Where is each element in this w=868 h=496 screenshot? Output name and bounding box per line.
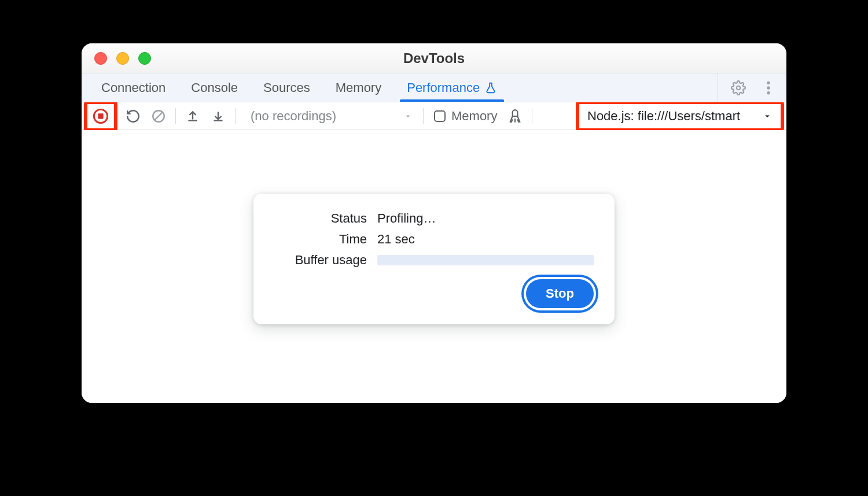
status-label: Status (274, 211, 367, 226)
upload-button[interactable] (183, 106, 203, 126)
stop-button[interactable]: Stop (526, 279, 594, 308)
svg-point-2 (767, 86, 770, 89)
performance-panel: Status Profiling… Time 21 sec Buffer usa… (82, 130, 786, 403)
svg-rect-5 (98, 113, 103, 119)
toolbar-separator (532, 108, 532, 124)
record-button-highlight (84, 101, 117, 132)
tab-performance[interactable]: Performance (394, 73, 510, 102)
memory-checkbox[interactable]: Memory (431, 109, 497, 124)
more-menu-button[interactable] (759, 78, 778, 98)
tabbar-right-actions (718, 73, 778, 102)
tab-console-label: Console (191, 80, 238, 95)
tab-connection-label: Connection (101, 80, 165, 95)
toolbar-separator (235, 108, 236, 124)
clear-button[interactable] (149, 106, 168, 126)
flask-icon (484, 82, 497, 94)
tab-performance-label: Performance (407, 80, 480, 95)
toolbar-separator (423, 108, 424, 124)
performance-toolbar: (no recordings) Memory Node.js: file:///… (82, 102, 786, 130)
svg-point-0 (737, 86, 741, 90)
time-row: Time 21 sec (274, 232, 594, 247)
time-value: 21 sec (377, 232, 415, 247)
tab-sources-label: Sources (263, 80, 310, 95)
buffer-usage-bar (377, 255, 594, 265)
profiling-card: Status Profiling… Time 21 sec Buffer usa… (253, 194, 615, 324)
buffer-row: Buffer usage (274, 253, 594, 268)
caret-down-icon (762, 111, 773, 121)
tabbar: Connection Console Sources Memory Perfor… (82, 73, 786, 102)
time-label: Time (274, 232, 367, 247)
checkbox-icon (434, 110, 446, 122)
download-button[interactable] (208, 106, 228, 126)
target-select-label: Node.js: file:///Users/stmart (587, 109, 740, 124)
tab-memory[interactable]: Memory (323, 73, 394, 102)
record-button[interactable] (91, 106, 111, 126)
recordings-select[interactable]: (no recordings) (242, 109, 416, 124)
tab-connection[interactable]: Connection (89, 73, 178, 102)
svg-line-7 (155, 112, 163, 120)
devtools-window: DevTools Connection Console Sources Memo… (82, 43, 786, 403)
tab-console[interactable]: Console (178, 73, 251, 102)
svg-point-3 (767, 91, 770, 94)
toolbar-separator (175, 108, 176, 124)
status-row: Status Profiling… (274, 211, 594, 226)
buffer-label: Buffer usage (274, 253, 367, 268)
tab-sources[interactable]: Sources (251, 73, 323, 102)
tab-memory-label: Memory (336, 80, 381, 95)
settings-button[interactable] (729, 78, 748, 98)
svg-point-1 (767, 81, 770, 84)
reload-button[interactable] (123, 106, 143, 126)
collect-garbage-button[interactable] (505, 106, 525, 126)
memory-checkbox-label: Memory (451, 109, 497, 124)
window-title: DevTools (82, 50, 786, 66)
status-value: Profiling… (377, 211, 436, 226)
target-select[interactable]: Node.js: file:///Users/stmart (576, 101, 784, 132)
recordings-placeholder: (no recordings) (251, 109, 336, 124)
card-actions: Stop (274, 279, 594, 308)
stop-button-label: Stop (546, 286, 574, 301)
caret-down-icon (403, 112, 413, 121)
titlebar: DevTools (82, 43, 786, 73)
